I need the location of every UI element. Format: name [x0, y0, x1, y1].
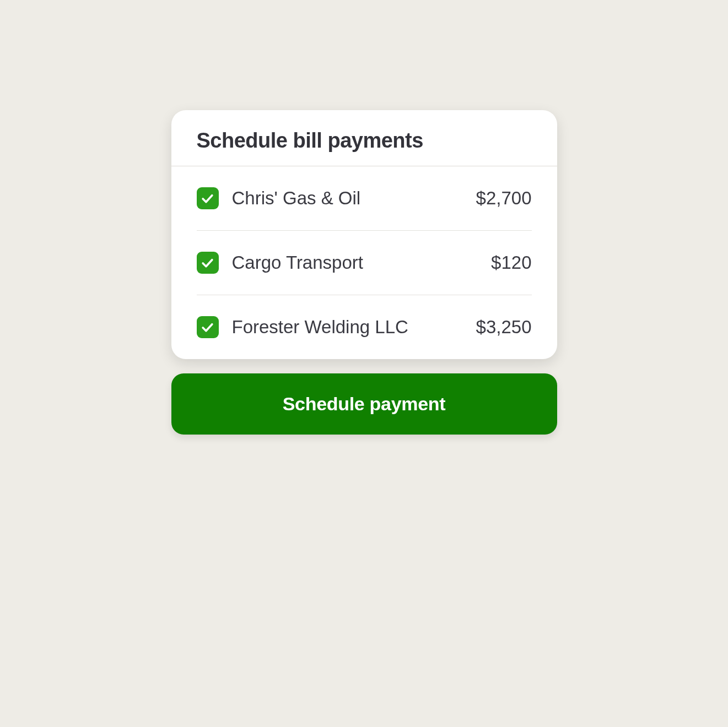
bill-payments-card: Schedule bill payments Chris' Gas & Oil …: [171, 110, 557, 359]
bill-amount: $2,700: [476, 188, 532, 209]
bill-list: Chris' Gas & Oil $2,700 Cargo Transport …: [171, 166, 557, 359]
bill-checkbox[interactable]: [197, 187, 219, 209]
checkmark-icon: [201, 256, 214, 270]
checkmark-icon: [201, 321, 214, 334]
schedule-payment-button[interactable]: Schedule payment: [171, 373, 557, 435]
bill-checkbox[interactable]: [197, 252, 219, 274]
bill-row: Forester Welding LLC $3,250: [197, 295, 532, 359]
card-title: Schedule bill payments: [197, 129, 532, 153]
bill-vendor: Forester Welding LLC: [232, 317, 463, 338]
bill-amount: $3,250: [476, 317, 532, 338]
checkmark-icon: [201, 192, 214, 205]
bill-vendor: Chris' Gas & Oil: [232, 188, 463, 209]
card-header: Schedule bill payments: [171, 110, 557, 166]
bill-amount: $120: [491, 252, 531, 273]
bill-checkbox[interactable]: [197, 316, 219, 338]
bill-row: Cargo Transport $120: [197, 231, 532, 295]
bill-row: Chris' Gas & Oil $2,700: [197, 166, 532, 231]
bill-payments-panel: Schedule bill payments Chris' Gas & Oil …: [171, 110, 557, 435]
bill-vendor: Cargo Transport: [232, 252, 478, 273]
